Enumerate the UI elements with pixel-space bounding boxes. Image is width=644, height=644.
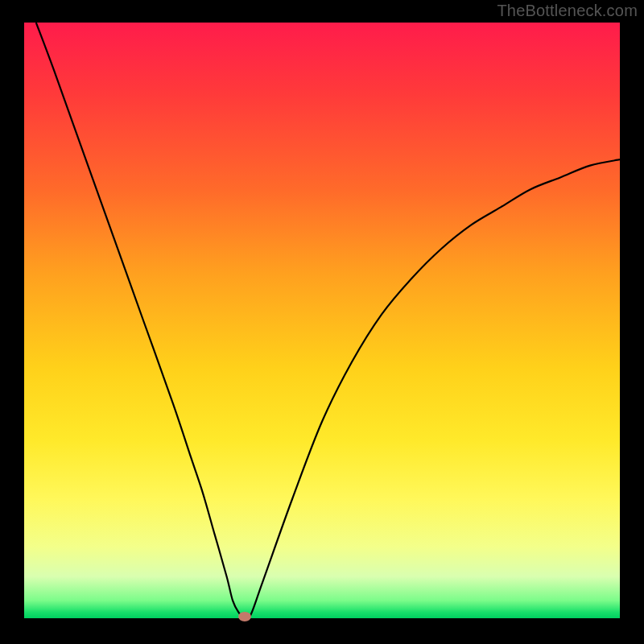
watermark-text: TheBottleneck.com (497, 2, 638, 20)
bottleneck-curve-path (36, 23, 620, 618)
chart-container: TheBottleneck.com (0, 0, 644, 644)
optimal-point-marker (238, 612, 251, 621)
bottleneck-curve-svg (24, 23, 620, 618)
